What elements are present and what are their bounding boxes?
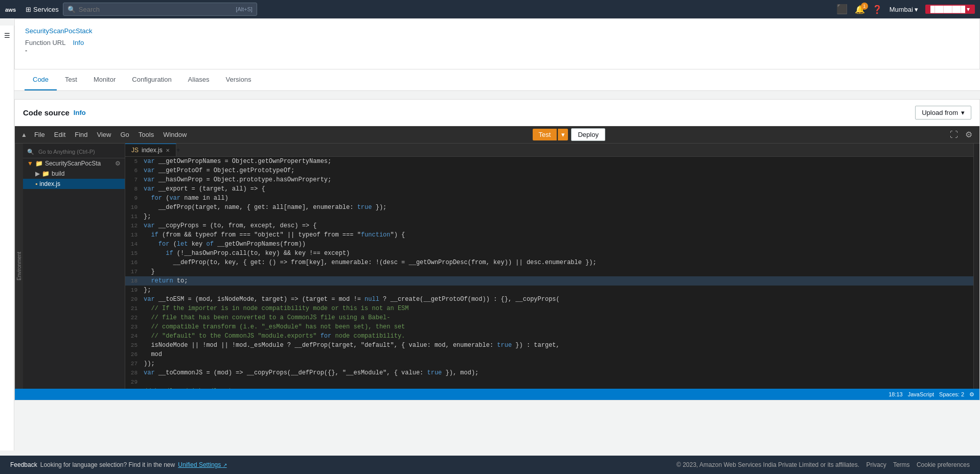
code-line-30: 30// handlers/ui-handler.ts	[125, 387, 973, 389]
file-search-input[interactable]	[36, 148, 121, 156]
search-bar[interactable]: 🔍 [Alt+S]	[63, 3, 257, 16]
cookie-preferences-link[interactable]: Cookie preferences	[917, 461, 970, 468]
privacy-link[interactable]: Privacy	[866, 461, 886, 468]
code-line-19: 19};	[125, 286, 973, 295]
deploy-button[interactable]: Deploy	[571, 128, 605, 141]
stack-link[interactable]: SecurityScanPocStack	[25, 27, 93, 35]
line-number: 28	[125, 368, 144, 377]
view-menu[interactable]: View	[93, 129, 116, 140]
test-button[interactable]: Test	[533, 129, 557, 140]
tree-root-item[interactable]: ▼ 📁 SecurityScanPocSta ⚙	[23, 158, 125, 169]
notification-badge: 1	[861, 3, 868, 10]
region-selector[interactable]: Mumbai ▾	[890, 6, 918, 13]
tabs-bar: Code Test Monitor Configuration Aliases …	[14, 69, 980, 91]
line-number: 26	[125, 350, 144, 359]
hamburger-icon: ☰	[4, 32, 10, 39]
code-line-22: 22 // file that has been converted to a …	[125, 313, 973, 322]
tree-indexjs-file[interactable]: ▪ index.js	[23, 179, 125, 189]
unified-settings-link[interactable]: Unified Settings ↗	[178, 461, 226, 468]
top-navigation: aws ⊞ Services 🔍 [Alt+S] ⬛ 🔔 1 ❓ Mumbai …	[0, 0, 980, 18]
line-content: return to;	[144, 276, 188, 286]
folder-icon: 📁	[35, 160, 43, 167]
tools-menu[interactable]: Tools	[134, 129, 158, 140]
add-tab-button[interactable]: +	[176, 146, 180, 154]
scrollbar-track[interactable]	[973, 144, 979, 389]
chevron-right-build-icon: ▶	[35, 170, 40, 177]
code-line-28: 28var __toCommonJS = (mod) => __copyProp…	[125, 368, 973, 377]
cloud9-icon[interactable]: ⬛	[836, 4, 848, 15]
feedback-button[interactable]: Feedback	[10, 461, 37, 468]
aws-logo[interactable]: aws	[5, 4, 21, 14]
copyright-text: © 2023, Amazon Web Services India Privat…	[676, 461, 859, 468]
line-number: 8	[125, 184, 144, 194]
function-url-info-link[interactable]: Info	[73, 39, 84, 46]
function-url-value: -	[25, 46, 969, 54]
code-line-29: 29	[125, 377, 973, 387]
status-gear-icon[interactable]: ⚙	[969, 391, 974, 398]
fullscreen-button[interactable]: ⛶	[947, 129, 961, 140]
code-editor[interactable]: JS index.js ✕ + 5var __getOwnPropNames =…	[125, 144, 973, 389]
line-number: 13	[125, 230, 144, 240]
code-line-18: 18 return to;	[125, 276, 973, 286]
services-label: Services	[33, 6, 59, 13]
window-menu[interactable]: Window	[159, 129, 191, 140]
code-line-8: 8var __export = (target, all) => {	[125, 184, 973, 194]
chevron-down-icon: ▾	[915, 6, 918, 13]
test-dropdown-button[interactable]: ▾	[558, 129, 568, 140]
line-content: var __getOwnPropNames = Object.getOwnPro…	[144, 157, 331, 166]
code-line-5: 5var __getOwnPropNames = Object.getOwnPr…	[125, 157, 973, 166]
notifications-icon[interactable]: 🔔 1	[855, 5, 865, 14]
external-link-icon: ↗	[223, 462, 227, 468]
status-language[interactable]: JavaScript	[908, 391, 934, 397]
collapse-icon[interactable]: ▲	[19, 130, 29, 139]
sidebar-toggle[interactable]: ☰	[0, 26, 14, 451]
line-content: for (var name in all)	[144, 194, 229, 203]
tab-aliases[interactable]: Aliases	[180, 69, 218, 90]
tab-versions[interactable]: Versions	[218, 69, 260, 90]
services-menu-button[interactable]: ⊞ Services	[26, 6, 59, 13]
tree-build-folder[interactable]: ▶ 📁 build	[23, 169, 125, 179]
line-content: isNodeMode || !mod || !mod._esModule ? _…	[144, 341, 560, 350]
tab-monitor[interactable]: Monitor	[85, 69, 124, 90]
find-menu[interactable]: Find	[71, 129, 92, 140]
line-number: 11	[125, 212, 144, 221]
editor-toolbar: ▲ File Edit Find View Go Tools Window Te…	[15, 126, 979, 144]
tab-test[interactable]: Test	[57, 69, 85, 90]
code-line-25: 25 isNodeMode || !mod || !mod._esModule …	[125, 341, 973, 350]
settings-icon-button[interactable]: ⚙	[962, 129, 975, 140]
settings-gear-icon[interactable]: ⚙	[115, 160, 121, 167]
code-line-17: 17 }	[125, 267, 973, 276]
go-menu[interactable]: Go	[117, 129, 133, 140]
line-content: var __copyProps = (to, from, except, des…	[144, 221, 316, 230]
tab-js-icon: JS	[131, 147, 139, 154]
editor-tab-indexjs[interactable]: JS index.js ✕	[125, 144, 176, 156]
line-content: };	[144, 212, 151, 221]
code-source-info-link[interactable]: Info	[74, 109, 86, 116]
line-content: };	[144, 286, 151, 295]
line-number: 19	[125, 286, 144, 295]
notification-text: Looking for language selection? Find it …	[40, 461, 175, 468]
file-tree: 🔍 ▼ 📁 SecurityScanPocSta ⚙ ▶ 📁 build	[23, 144, 125, 389]
upload-from-button[interactable]: Upload from ▾	[915, 106, 971, 120]
line-content: var __toESM = (mod, isNodeMode, target) …	[144, 295, 560, 304]
tab-code[interactable]: Code	[25, 69, 57, 90]
chevron-down-icon-user: ▾	[967, 6, 970, 13]
code-source-title: Code source Info	[23, 108, 86, 117]
build-folder-icon: 📁	[42, 170, 50, 177]
close-tab-icon[interactable]: ✕	[166, 148, 170, 153]
code-line-15: 15 if (!__hasOwnProp.call(to, key) && ke…	[125, 249, 973, 258]
status-spaces[interactable]: Spaces: 2	[939, 391, 964, 397]
code-line-11: 11};	[125, 212, 973, 221]
chevron-down-icon-upload: ▾	[961, 109, 965, 116]
search-shortcut: [Alt+S]	[236, 6, 253, 12]
edit-menu[interactable]: Edit	[50, 129, 70, 140]
search-input[interactable]	[79, 6, 233, 13]
terms-link[interactable]: Terms	[893, 461, 910, 468]
tab-configuration[interactable]: Configuration	[124, 69, 179, 90]
code-line-14: 14 for (let key of __getOwnPropNames(fro…	[125, 240, 973, 249]
user-menu-button[interactable]: ████████ ▾	[925, 5, 975, 14]
help-icon[interactable]: ❓	[872, 5, 882, 14]
line-number: 5	[125, 157, 144, 166]
file-search-bar[interactable]: 🔍	[23, 146, 125, 158]
file-menu[interactable]: File	[30, 129, 49, 140]
